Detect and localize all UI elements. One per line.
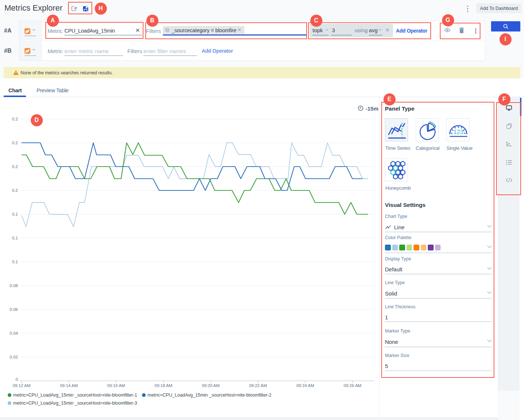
svg-text:0.1: 0.1 bbox=[12, 260, 18, 264]
svg-text:0: 0 bbox=[16, 377, 18, 382]
svg-text:0.2: 0.2 bbox=[12, 141, 18, 145]
svg-text:0.1: 0.1 bbox=[12, 236, 18, 240]
svg-text:0.2: 0.2 bbox=[12, 164, 18, 169]
svg-text:09:16 AM: 09:16 AM bbox=[107, 383, 125, 388]
svg-text:09:14 AM: 09:14 AM bbox=[60, 383, 78, 388]
svg-text:0.02: 0.02 bbox=[10, 355, 18, 359]
svg-text:0.08: 0.08 bbox=[10, 283, 18, 288]
svg-text:09:26 AM: 09:26 AM bbox=[344, 383, 362, 388]
svg-text:09:22 AM: 09:22 AM bbox=[249, 383, 267, 388]
svg-text:09:18 AM: 09:18 AM bbox=[154, 383, 172, 388]
svg-text:0.04: 0.04 bbox=[10, 331, 18, 335]
svg-text:0.2: 0.2 bbox=[12, 117, 18, 121]
svg-text:0.1: 0.1 bbox=[12, 212, 18, 216]
svg-text:09:24 AM: 09:24 AM bbox=[296, 383, 314, 388]
svg-text:0.2: 0.2 bbox=[12, 188, 18, 193]
svg-text:09:12 AM: 09:12 AM bbox=[13, 383, 31, 388]
svg-text:0.06: 0.06 bbox=[10, 307, 18, 312]
svg-text:09:20 AM: 09:20 AM bbox=[202, 383, 220, 388]
